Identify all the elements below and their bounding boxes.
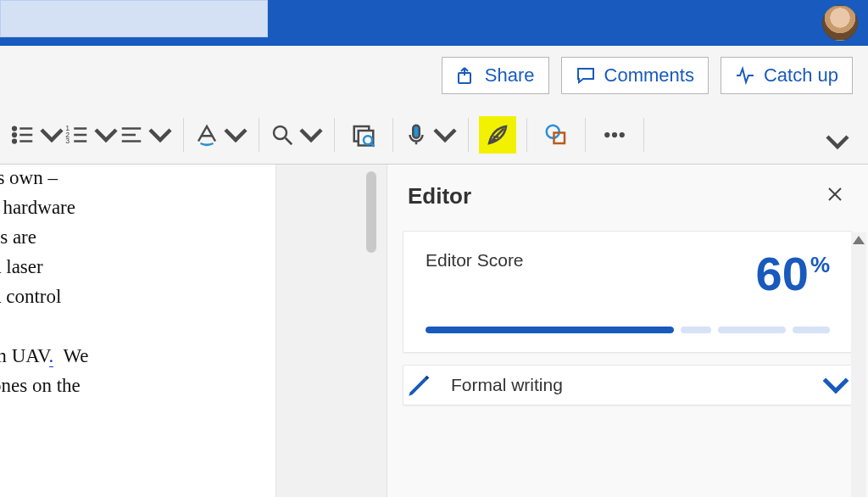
- search-icon: [270, 122, 295, 148]
- quill-icon: [485, 122, 510, 148]
- chevron-down-icon: [147, 122, 173, 148]
- align-icon: [119, 122, 144, 148]
- dictate-button[interactable]: [403, 116, 458, 154]
- pen-icon: [405, 371, 434, 399]
- separator: [643, 118, 644, 152]
- editor-pane: Editor Editor Score 60%: [387, 165, 868, 497]
- editor-title: Editor: [408, 183, 471, 209]
- svg-point-26: [605, 132, 609, 137]
- comments-label: Comments: [604, 64, 694, 87]
- separator: [585, 118, 586, 152]
- scrollbar-thumb[interactable]: [366, 171, 376, 253]
- bullets-icon: [10, 122, 36, 148]
- microphone-icon: [403, 122, 429, 148]
- close-icon: [827, 187, 843, 202]
- ribbon-expand-button[interactable]: [819, 123, 856, 160]
- align-button[interactable]: [119, 116, 173, 154]
- chevron-down-icon: [825, 129, 850, 154]
- document-title-input[interactable]: [0, 0, 268, 37]
- user-avatar[interactable]: [822, 5, 858, 41]
- separator: [259, 118, 259, 152]
- svg-text:3: 3: [65, 137, 70, 145]
- separator: [183, 118, 184, 152]
- editor-scrollbar[interactable]: [851, 232, 866, 497]
- close-button[interactable]: [822, 180, 848, 212]
- activity-icon: [735, 65, 755, 86]
- find-button[interactable]: [270, 116, 324, 154]
- bullets-button[interactable]: [10, 116, 64, 154]
- reading-icon: [351, 122, 376, 148]
- chevron-down-icon: [93, 122, 119, 148]
- svg-point-28: [620, 132, 624, 137]
- svg-point-17: [274, 126, 287, 139]
- chevron-down-icon: [432, 122, 458, 148]
- content-area: ts own – f hardware es are d laser d con…: [0, 165, 868, 497]
- share-label: Share: [485, 64, 535, 87]
- separator: [334, 118, 335, 152]
- formal-writing-card[interactable]: Formal writing: [403, 365, 853, 405]
- chevron-down-icon: [223, 122, 248, 148]
- title-bar: [0, 0, 868, 46]
- editor-button[interactable]: [479, 116, 516, 154]
- share-button[interactable]: Share: [442, 57, 549, 94]
- svg-point-1: [13, 126, 16, 130]
- more-button[interactable]: [596, 116, 633, 154]
- styles-button[interactable]: [194, 116, 248, 154]
- svg-point-5: [13, 139, 16, 142]
- svg-point-27: [613, 132, 617, 137]
- page-gutter: [276, 165, 387, 497]
- share-icon: [456, 65, 476, 86]
- ribbon-toolbar: 1 2 3: [0, 105, 868, 165]
- editor-score-value: 60%: [756, 250, 830, 298]
- catchup-button[interactable]: Catch up: [721, 57, 853, 94]
- svg-line-18: [286, 137, 292, 144]
- ellipsis-icon: [602, 122, 627, 148]
- document-text: ts own – f hardware es are d laser d con…: [0, 163, 254, 400]
- catchup-label: Catch up: [764, 64, 838, 87]
- svg-rect-23: [413, 125, 420, 137]
- comment-icon: [576, 65, 596, 86]
- designer-button[interactable]: [537, 116, 575, 154]
- designer-icon: [543, 122, 569, 148]
- chevron-down-icon: [39, 122, 64, 148]
- separator: [468, 118, 469, 152]
- chevron-down-icon: [298, 122, 324, 148]
- formal-writing-label: Formal writing: [451, 375, 804, 395]
- separator: [392, 118, 393, 152]
- editor-score-bar: [426, 327, 830, 333]
- comments-button[interactable]: Comments: [561, 57, 709, 94]
- numbering-icon: 1 2 3: [64, 122, 90, 148]
- svg-point-3: [13, 133, 16, 137]
- command-row: Share Comments Catch up: [0, 46, 868, 105]
- reading-view-button[interactable]: [345, 116, 382, 154]
- chevron-down-icon: [821, 371, 850, 399]
- editor-score-card[interactable]: Editor Score 60%: [403, 231, 853, 353]
- editor-score-label: Editor Score: [426, 250, 524, 271]
- scroll-up-arrow-icon: [853, 236, 865, 244]
- document-page[interactable]: ts own – f hardware es are d laser d con…: [0, 165, 276, 497]
- styles-icon: [194, 122, 220, 148]
- separator: [526, 118, 527, 152]
- numbering-button[interactable]: 1 2 3: [64, 116, 119, 154]
